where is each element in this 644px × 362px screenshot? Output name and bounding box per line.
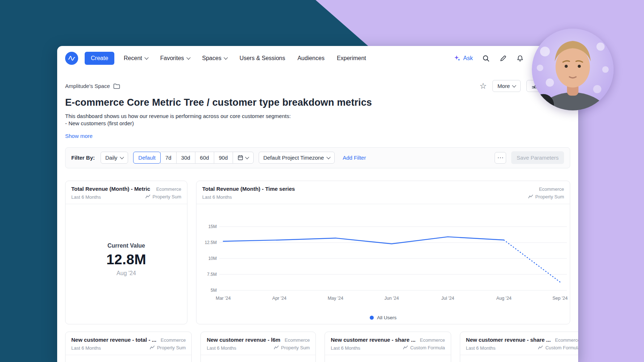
nav-item-users-sessions[interactable]: Users & Sessions (240, 55, 285, 62)
card-new-customer-revenue-share-1: New customer revenue - share ... Ecommer… (325, 332, 451, 362)
nav-item-experiment[interactable]: Experiment (337, 55, 366, 62)
filter-more-options-button[interactable]: ⋯ (495, 152, 506, 164)
timeseries-card-title[interactable]: Total Revenue (Month) - Time series (202, 186, 295, 192)
breadcrumb-space-name: Amplitude's Space (65, 83, 110, 89)
more-button[interactable]: More (492, 80, 521, 92)
granularity-value: Daily (105, 155, 117, 161)
nav-item-audiences[interactable]: Audiences (297, 55, 325, 62)
mini-card-measure-label: Property Sum (157, 345, 186, 350)
notifications-bell-icon[interactable] (516, 55, 524, 62)
show-more-link[interactable]: Show more (65, 133, 93, 139)
mini-card-source: Ecommerce (420, 337, 445, 343)
nav-item-recent[interactable]: Recent (124, 55, 148, 62)
user-avatar[interactable] (532, 29, 614, 110)
property-sum-icon (528, 194, 533, 199)
pen-icon[interactable] (499, 55, 507, 62)
filter-by-label: Filter By: (71, 155, 95, 161)
favorite-star-icon[interactable]: ☆ (479, 82, 487, 90)
metric-card-source: Ecommerce (156, 186, 181, 192)
mini-card-title[interactable]: New customer revenue - total - ... (71, 337, 156, 343)
timeseries-measure-label: Property Sum (535, 194, 564, 199)
nav-label-recent: Recent (124, 55, 142, 62)
dashboard-description: This dashboard shows us how our revenue … (65, 113, 570, 127)
range-segment-default[interactable]: Default (133, 152, 161, 164)
metric-card-measure: Property Sum (145, 194, 181, 199)
top-navigation-bar: Create Recent Favorites Spaces Users & S… (57, 46, 578, 71)
timeseries-card-header: Total Revenue (Month) - Time series Ecom… (196, 181, 570, 205)
timeseries-card-range: Last 6 Months (202, 194, 232, 200)
create-button[interactable]: Create (85, 52, 114, 65)
amplitude-wave-icon (67, 54, 76, 63)
add-filter-link[interactable]: Add Filter (343, 155, 366, 161)
chevron-down-icon (224, 55, 228, 59)
custom-formula-icon (403, 345, 408, 350)
metric-card-title[interactable]: Total Revenue (Month) - Metric (71, 186, 150, 192)
timeseries-card-body: 15M12.5M10M7.5M5MMar '24Apr '24May '24Ju… (196, 204, 570, 324)
svg-text:Aug '24: Aug '24 (496, 296, 512, 301)
range-segment-30d[interactable]: 30d (176, 152, 195, 164)
timeseries-card-measure: Property Sum (528, 194, 564, 199)
mini-card-title[interactable]: New customer revenue - share ... (331, 337, 415, 343)
page-title: E-commerce Core Metric Tree / customer t… (65, 97, 570, 108)
nav-label-spaces: Spaces (202, 55, 221, 62)
property-sum-icon (150, 345, 155, 350)
mini-card-range: Last 6 Months (466, 345, 496, 351)
svg-text:Apr '24: Apr '24 (272, 296, 287, 301)
property-sum-icon (274, 345, 279, 350)
chevron-down-icon (245, 155, 249, 159)
dashboard-content: Amplitude's Space ☆ More Subscribe (57, 80, 578, 362)
nav-item-spaces[interactable]: Spaces (202, 55, 227, 62)
chart-legend[interactable]: All Users (196, 315, 570, 320)
more-label: More (497, 83, 510, 89)
search-icon[interactable] (482, 55, 490, 62)
mini-card-title[interactable]: New customer revenue - share ... (466, 337, 551, 343)
svg-text:May '24: May '24 (328, 296, 343, 301)
mini-card-title[interactable]: New customer revenue - l6m (207, 337, 280, 343)
metric-card-body: Current Value 12.8M Aug '24 (65, 204, 187, 324)
description-line-2: - New customers (first order) (65, 120, 570, 127)
ask-button[interactable]: Ask (454, 55, 473, 62)
revenue-line-chart[interactable]: 15M12.5M10M7.5M5MMar '24Apr '24May '24Ju… (196, 206, 570, 304)
mini-card-source: Ecommerce (555, 337, 578, 343)
chevron-down-icon (186, 55, 190, 59)
filter-bar: Filter By: Daily Default 7d 30d 60d 90d (65, 147, 570, 168)
breadcrumb[interactable]: Amplitude's Space (65, 83, 120, 89)
calendar-icon (238, 155, 243, 160)
legend-label-all-users: All Users (377, 315, 397, 320)
app-window: Create Recent Favorites Spaces Users & S… (57, 46, 578, 362)
cards-row-2: New customer revenue - total - ... Ecomm… (65, 332, 570, 362)
chevron-down-icon (512, 83, 516, 87)
mini-card-measure-label: Property Sum (281, 345, 310, 350)
metric-measure-label: Property Sum (153, 194, 181, 199)
timeseries-card-source: Ecommerce (539, 186, 564, 192)
card-new-customer-revenue-l6m: New customer revenue - l6m Ecommerce Las… (200, 332, 316, 362)
chevron-down-icon (144, 55, 148, 59)
mini-card-source: Ecommerce (161, 337, 186, 343)
mini-card-range: Last 6 Months (207, 345, 236, 351)
custom-date-segment[interactable] (233, 152, 254, 164)
mini-card-measure-label: Custom Formula (545, 345, 578, 350)
granularity-select[interactable]: Daily (101, 152, 128, 164)
current-value: 12.8M (106, 252, 146, 268)
save-parameters-button[interactable]: Save Parameters (511, 151, 564, 164)
property-sum-icon (145, 194, 151, 199)
range-segment-90d[interactable]: 90d (214, 152, 233, 164)
metric-card-total-revenue: Total Revenue (Month) - Metric Ecommerce… (65, 181, 187, 324)
date-range-segments: Default 7d 30d 60d 90d (133, 152, 253, 164)
range-segment-7d[interactable]: 7d (160, 152, 177, 164)
folder-icon (113, 83, 120, 89)
cards-row-1: Total Revenue (Month) - Metric Ecommerce… (65, 181, 570, 324)
ask-label: Ask (463, 55, 473, 62)
nav-item-favorites[interactable]: Favorites (160, 55, 190, 62)
timezone-select[interactable]: Default Project Timezone (259, 152, 335, 164)
amplitude-logo[interactable] (65, 52, 78, 65)
range-segment-60d[interactable]: 60d (195, 152, 214, 164)
svg-text:7.5M: 7.5M (207, 272, 217, 277)
svg-text:Mar '24: Mar '24 (216, 296, 230, 301)
svg-text:10M: 10M (208, 256, 217, 261)
card-new-customer-revenue-total: New customer revenue - total - ... Ecomm… (65, 332, 192, 362)
mini-card-measure: Property Sum (274, 345, 310, 350)
mini-card-measure: Custom Formula (403, 345, 445, 350)
sparkle-icon (454, 55, 461, 62)
svg-text:Sep '24: Sep '24 (552, 296, 568, 301)
